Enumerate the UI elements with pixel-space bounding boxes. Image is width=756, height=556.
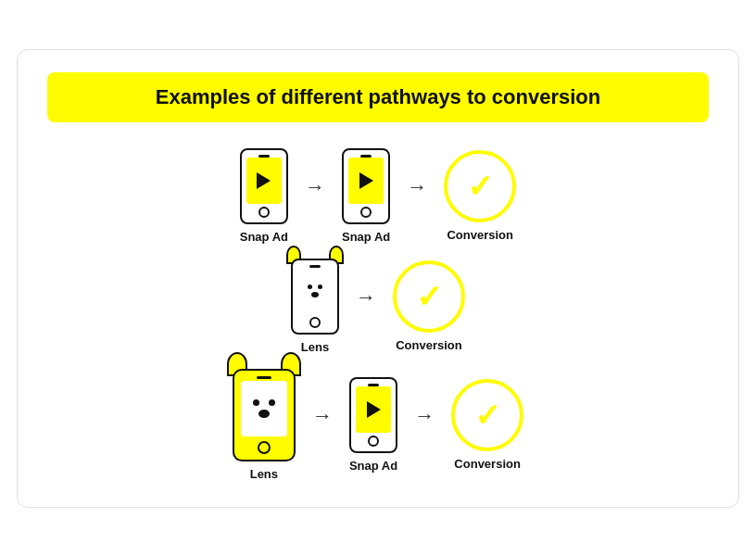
pathway-row-2: Lens → ✓ Conversion bbox=[291, 259, 465, 354]
right-eye-row2 bbox=[318, 284, 322, 289]
left-eye-row2 bbox=[308, 284, 312, 289]
checkmark-icon-1: ✓ bbox=[467, 171, 493, 202]
lens-label-2: Lens bbox=[250, 467, 278, 481]
lens-screen-row2 bbox=[297, 268, 333, 314]
list-item: Snap Ad bbox=[240, 148, 288, 244]
list-item: Lens bbox=[291, 259, 339, 354]
snap-ad-label-2: Snap Ad bbox=[342, 230, 390, 244]
arrow-icon-2: → bbox=[407, 175, 427, 199]
snap-ad-label-3: Snap Ad bbox=[349, 459, 397, 473]
page-title: Examples of different pathways to conver… bbox=[66, 85, 690, 109]
left-eye-row3 bbox=[253, 399, 259, 406]
dog-nose-row3 bbox=[258, 410, 270, 418]
dog-nose-row2 bbox=[311, 292, 319, 297]
play-icon-row3 bbox=[367, 401, 381, 418]
conversion-label-3: Conversion bbox=[454, 457, 521, 471]
pathways-container: Snap Ad → Snap Ad → ✓ Conversion bbox=[47, 148, 709, 481]
play-icon-2 bbox=[359, 172, 373, 189]
arrow-icon-4: → bbox=[312, 404, 333, 428]
snap-ad-label-1: Snap Ad bbox=[240, 230, 288, 244]
phone-screen bbox=[246, 158, 282, 204]
list-item: Snap Ad bbox=[342, 148, 390, 244]
dog-face-row3 bbox=[253, 399, 275, 418]
dog-eyes-row3 bbox=[253, 399, 275, 406]
phone-snap-icon-2 bbox=[342, 148, 390, 224]
checkmark-icon-3: ✓ bbox=[474, 399, 500, 431]
list-item: Snap Ad bbox=[349, 377, 397, 473]
list-item: ✓ Conversion bbox=[451, 379, 523, 471]
conversion-circle-3: ✓ bbox=[451, 379, 523, 451]
phone-snap-row3 bbox=[349, 377, 397, 453]
right-eye-row3 bbox=[269, 399, 275, 406]
list-item: ✓ Conversion bbox=[393, 260, 465, 352]
phone-screen-2 bbox=[348, 158, 384, 204]
title-bar: Examples of different pathways to conver… bbox=[47, 72, 709, 122]
play-icon bbox=[257, 172, 271, 189]
lens-label-1: Lens bbox=[301, 340, 329, 354]
pathway-row-3: Lens → Snap Ad → ✓ Conversion bbox=[233, 369, 523, 481]
conversion-label-1: Conversion bbox=[447, 228, 513, 242]
dog-eyes-row2 bbox=[308, 284, 322, 289]
conversion-circle-2: ✓ bbox=[393, 260, 465, 333]
lens-phone-big-row3 bbox=[233, 369, 296, 461]
phone-screen-row3 bbox=[356, 386, 391, 433]
arrow-icon-5: → bbox=[414, 404, 435, 428]
lens-phone-row2 bbox=[291, 259, 339, 335]
phone-snap-icon bbox=[240, 148, 288, 224]
list-item: ✓ Conversion bbox=[444, 150, 516, 242]
list-item: Lens bbox=[233, 369, 296, 481]
arrow-icon-3: → bbox=[356, 285, 376, 310]
conversion-circle-1: ✓ bbox=[444, 150, 516, 222]
pathway-row-1: Snap Ad → Snap Ad → ✓ Conversion bbox=[240, 148, 517, 244]
card: Examples of different pathways to conver… bbox=[17, 49, 739, 508]
lens-screen-big bbox=[241, 381, 287, 436]
dog-face-row2 bbox=[308, 284, 322, 297]
checkmark-icon-2: ✓ bbox=[416, 281, 442, 312]
conversion-label-2: Conversion bbox=[396, 338, 462, 352]
arrow-icon-1: → bbox=[305, 175, 325, 199]
